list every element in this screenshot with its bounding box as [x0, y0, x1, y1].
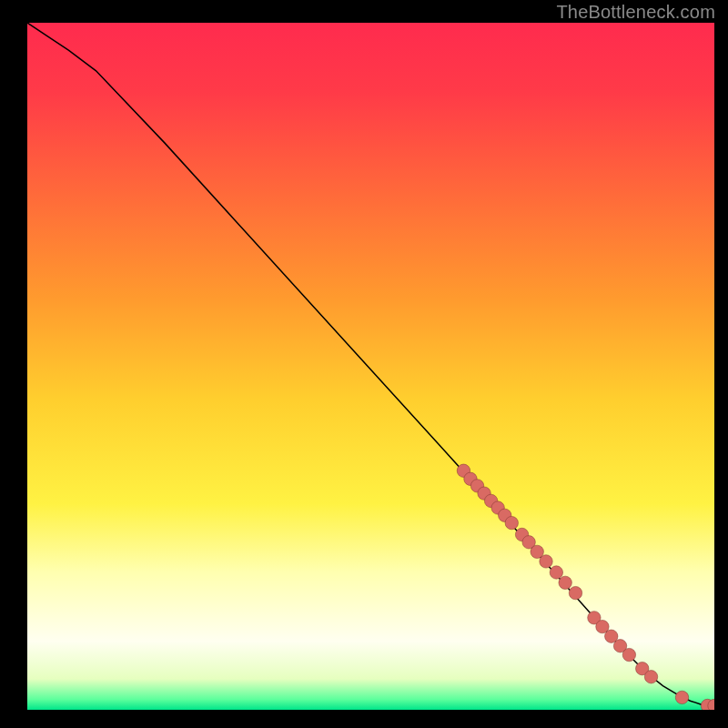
- chart-root: TheBottleneck.com: [0, 0, 728, 728]
- chart-plot-area: [27, 23, 714, 710]
- data-point: [540, 555, 552, 568]
- data-point: [559, 576, 571, 589]
- data-point: [569, 586, 581, 599]
- data-point: [550, 566, 562, 579]
- data-point: [505, 516, 518, 529]
- chart-svg: [27, 23, 714, 710]
- gradient-panel: [27, 23, 714, 710]
- watermark-text: TheBottleneck.com: [556, 2, 715, 23]
- data-point: [644, 671, 657, 683]
- data-point: [622, 648, 635, 661]
- data-point: [675, 691, 688, 703]
